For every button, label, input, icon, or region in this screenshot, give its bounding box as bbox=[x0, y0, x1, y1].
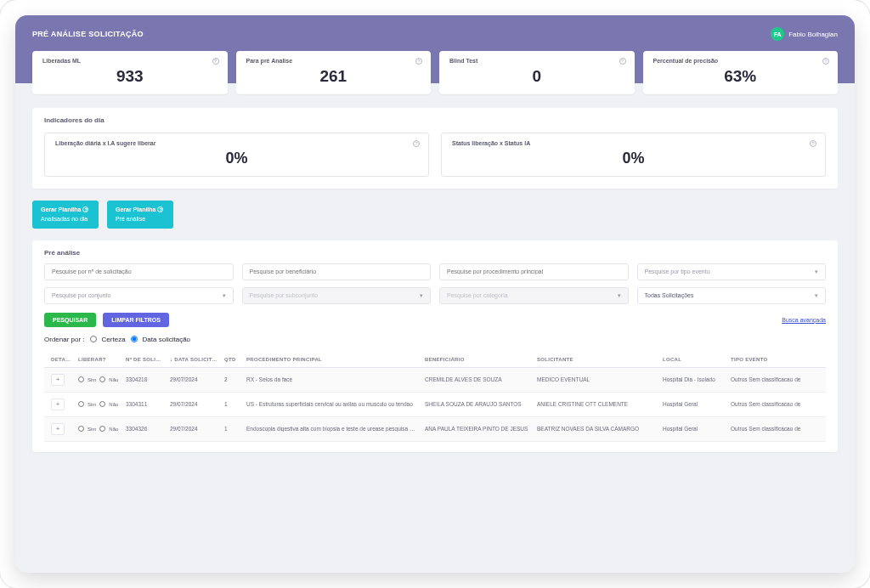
cell-solicitacao: 3304218 bbox=[122, 376, 167, 382]
kpi-value: 63% bbox=[653, 67, 828, 86]
th-tipo-evento: TIPO EVENTO bbox=[727, 357, 822, 362]
th-liberar: LIBERAR? bbox=[75, 357, 122, 362]
ind-card-status-liberacao: Status liberação x Status IA ? 0% bbox=[441, 133, 826, 177]
cell-procedimento: Endoscopia digestiva alta com biopsia e … bbox=[243, 426, 421, 432]
th-solicitante: SOLICITANTE bbox=[534, 357, 659, 362]
table-row: +SimNão330421829/07/20242RX - Seios da f… bbox=[44, 368, 826, 393]
chevron-down-icon: ▾ bbox=[815, 292, 818, 299]
kpi-pre-analise: Para pré Analise ? 261 bbox=[236, 51, 432, 94]
info-icon[interactable]: ? bbox=[415, 58, 422, 65]
search-conjunto-select[interactable]: Pesquise por conjunto ▾ bbox=[44, 287, 234, 304]
cell-beneficiario: SHEILA SOUZA DE ARAUJO SANTOS bbox=[421, 401, 534, 407]
th-data-label: DATA SOLICITAÇÃO bbox=[174, 357, 221, 362]
select-label: Todas Solicitações bbox=[645, 292, 694, 298]
liberar-sim-radio[interactable] bbox=[78, 376, 84, 382]
liberar-nao-radio[interactable] bbox=[99, 376, 105, 382]
btn-line2: Pré análise bbox=[116, 215, 165, 223]
sort-row: Ordenar por : Certeza Data solicitação bbox=[44, 336, 826, 343]
liberar-sim-radio[interactable] bbox=[78, 426, 84, 432]
chevron-down-icon: ▾ bbox=[815, 269, 818, 275]
search-solicitacao-input[interactable] bbox=[44, 263, 234, 280]
liberar-sim-label: Sim bbox=[88, 427, 96, 432]
select-label: Pesquise por subconjunto bbox=[250, 292, 319, 298]
search-buttons-row: PESQUISAR LIMPAR FILTROS Busca avançada bbox=[44, 313, 826, 327]
expand-button[interactable]: + bbox=[51, 374, 65, 386]
liberar-radios: SimNão bbox=[78, 426, 119, 432]
cell-qtd: 2 bbox=[221, 376, 243, 382]
liberar-nao-label: Não bbox=[109, 377, 118, 382]
search-tipo-evento-select[interactable]: Pesquise por tipo evento ▾ bbox=[637, 263, 827, 280]
cell-solicitante: BEATRIZ NOVAES DA SILVA CAMARGO bbox=[534, 426, 659, 432]
results-table: DETALHE LIBERAR? Nº DE SOLICITAÇÃO ↓ DAT… bbox=[44, 352, 826, 442]
search-title: Pré análise bbox=[44, 249, 826, 257]
ind-card-liberacao-diaria: Liberação diária x I.A sugere liberar ? … bbox=[44, 133, 429, 177]
pesquisar-button[interactable]: PESQUISAR bbox=[44, 313, 96, 327]
info-icon[interactable]: ? bbox=[212, 58, 219, 65]
search-procedimento-input[interactable] bbox=[439, 263, 629, 280]
avatar: FA bbox=[771, 27, 784, 41]
info-icon: ? bbox=[82, 206, 88, 212]
info-icon[interactable]: ? bbox=[810, 140, 816, 147]
header-top: PRÉ ANÁLISE SOLICITAÇÃO FA Fabio Boihagi… bbox=[32, 27, 838, 41]
liberar-radios: SimNão bbox=[78, 376, 119, 382]
cell-procedimento: US - Estruturas superficiais cervical ou… bbox=[243, 401, 421, 407]
user-chip[interactable]: FA Fabio Boihagian bbox=[771, 27, 838, 41]
limpar-filtros-button[interactable]: LIMPAR FILTROS bbox=[103, 313, 169, 327]
kpi-label: Blind Test bbox=[449, 58, 624, 64]
liberar-nao-radio[interactable] bbox=[99, 426, 105, 432]
sort-label: Ordenar por : bbox=[44, 336, 85, 343]
kpi-label: Liberadas ML bbox=[42, 58, 218, 64]
info-icon[interactable]: ? bbox=[619, 58, 626, 65]
liberar-sim-radio[interactable] bbox=[78, 401, 84, 407]
liberar-sim-label: Sim bbox=[88, 377, 96, 382]
btn-line2: Analisadas no dia bbox=[41, 215, 90, 223]
indicators-row: Liberação diária x I.A sugere liberar ? … bbox=[44, 133, 826, 177]
content-area: Indicadores do dia Liberação diária x I.… bbox=[15, 94, 855, 466]
sort-data-radio[interactable] bbox=[131, 336, 138, 342]
filter-row-2: Pesquise por conjunto ▾ Pesquise por sub… bbox=[44, 287, 826, 304]
select-label: Pesquise por categoria bbox=[447, 292, 508, 298]
filter-row-1: Pesquise por tipo evento ▾ bbox=[44, 263, 826, 280]
cell-solicitacao: 3304326 bbox=[122, 426, 167, 432]
cell-solicitante: MEDICO EVENTUAL bbox=[534, 376, 659, 382]
expand-button[interactable]: + bbox=[51, 423, 65, 435]
cell-local: Hospital Geral bbox=[659, 426, 727, 432]
search-todas-select[interactable]: Todas Solicitações ▾ bbox=[637, 287, 827, 304]
liberar-sim-label: Sim bbox=[88, 402, 96, 407]
info-icon: ? bbox=[157, 206, 163, 212]
sort-opt-data: Data solicitação bbox=[143, 336, 190, 343]
table-header: DETALHE LIBERAR? Nº DE SOLICITAÇÃO ↓ DAT… bbox=[44, 352, 826, 368]
cell-tipo-evento: Outros Sem classificacao de bbox=[727, 401, 822, 407]
gerar-planilha-pre-button[interactable]: Gerar Planilha? Pré análise bbox=[107, 201, 173, 229]
kpi-label: Percentual de precisão bbox=[653, 58, 828, 64]
cell-qtd: 1 bbox=[221, 401, 243, 407]
search-box: Pré análise Pesquise por tipo evento ▾ P… bbox=[32, 240, 838, 452]
gerar-planilha-analisadas-button[interactable]: Gerar Planilha? Analisadas no dia bbox=[32, 201, 99, 229]
kpi-row: Liberadas ML ? 933 Para pré Analise ? 26… bbox=[32, 51, 838, 94]
info-icon[interactable]: ? bbox=[413, 140, 420, 147]
expand-button[interactable]: + bbox=[51, 399, 65, 410]
th-data[interactable]: ↓ DATA SOLICITAÇÃO bbox=[167, 357, 221, 362]
cell-tipo-evento: Outros Sem classificacao de bbox=[727, 376, 822, 382]
cell-local: Hospital Geral bbox=[659, 401, 727, 407]
sort-down-icon: ↓ bbox=[170, 357, 172, 362]
table-body: +SimNão330421829/07/20242RX - Seios da f… bbox=[44, 368, 826, 442]
search-beneficiario-input[interactable] bbox=[242, 263, 432, 280]
busca-avancada-link[interactable]: Busca avançada bbox=[782, 317, 826, 323]
kpi-value: 0 bbox=[449, 67, 624, 86]
th-local: LOCAL bbox=[659, 357, 727, 362]
cell-beneficiario: ANA PAULA TEIXEIRA PINTO DE JESUS bbox=[421, 426, 534, 432]
sort-certeza-radio[interactable] bbox=[90, 336, 97, 342]
outer-frame: PRÉ ANÁLISE SOLICITAÇÃO FA Fabio Boihagi… bbox=[0, 0, 870, 588]
ind-value: 0% bbox=[452, 150, 815, 167]
ind-label: Liberação diária x I.A sugere liberar bbox=[55, 140, 418, 146]
cell-data: 29/07/2024 bbox=[167, 426, 221, 432]
search-categoria-select: Pesquise por categoria ▾ bbox=[439, 287, 629, 304]
cell-procedimento: RX - Seios da face bbox=[243, 376, 421, 382]
cell-beneficiario: CREMILDE ALVES DE SOUZA bbox=[421, 376, 534, 382]
select-label: Pesquise por conjunto bbox=[52, 292, 110, 298]
th-beneficiario: BENEFICIÁRIO bbox=[421, 357, 534, 362]
liberar-nao-radio[interactable] bbox=[99, 401, 105, 407]
info-icon[interactable]: ? bbox=[822, 58, 829, 65]
table-row: +SimNão330431129/07/20241US - Estruturas… bbox=[44, 393, 826, 417]
